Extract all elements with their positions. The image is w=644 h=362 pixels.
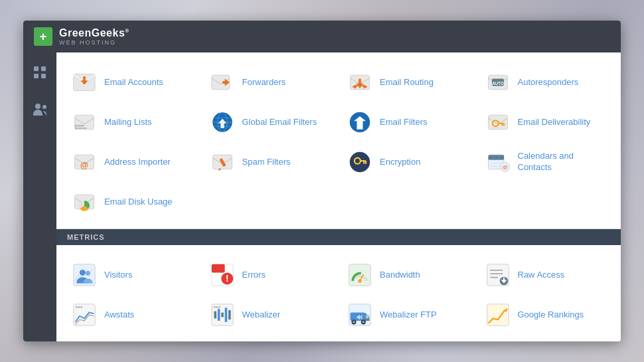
svg-rect-9	[83, 76, 86, 81]
email-grid: Email Accounts Forwarders	[56, 59, 621, 225]
content-area: Email Accounts Forwarders	[56, 52, 621, 341]
encryption-label: Encryption	[380, 157, 420, 168]
errors-label: Errors	[242, 270, 266, 281]
svg-point-82	[80, 306, 82, 308]
svg-rect-0	[34, 66, 39, 71]
email-disk-usage-label: Email Disk Usage	[104, 197, 173, 208]
email-section: Email Accounts Forwarders	[56, 52, 621, 229]
svg-rect-66	[211, 264, 224, 273]
email-filters-item[interactable]: Email Filters	[339, 102, 477, 142]
email-disk-usage-item[interactable]: Email Disk Usage	[63, 182, 201, 222]
address-importer-icon: @	[71, 149, 98, 175]
svg-point-90	[216, 306, 218, 308]
visitors-icon	[71, 262, 98, 288]
svg-point-89	[213, 306, 215, 308]
svg-point-5	[42, 105, 46, 109]
address-importer-label: Address Importer	[104, 157, 171, 168]
forwarders-label: Forwarders	[242, 77, 286, 88]
svg-rect-3	[41, 74, 46, 78]
calendars-contacts-label: Calendars and Contacts	[518, 151, 607, 173]
google-rankings-icon	[485, 302, 511, 328]
logo-text: GreenGeeks® WEB HOSTING	[59, 27, 129, 46]
errors-icon: !	[209, 262, 236, 288]
metrics-section: Visitors ! Err	[56, 245, 621, 341]
svg-rect-88	[228, 310, 231, 319]
metrics-grid: Visitors ! Err	[56, 252, 621, 338]
email-accounts-icon	[71, 69, 98, 96]
svg-text:@: @	[80, 161, 88, 170]
svg-rect-84	[214, 312, 216, 319]
bandwidth-icon	[347, 262, 373, 288]
svg-text:!: !	[225, 273, 228, 284]
logo-plus: +	[34, 27, 52, 46]
metrics-title: METRICS	[67, 233, 105, 241]
awstats-label: Awstats	[104, 310, 134, 321]
calendars-contacts-item[interactable]: @ Calendars and Contacts	[477, 142, 615, 182]
svg-point-4	[35, 104, 40, 109]
bandwidth-label: Bandwidth	[380, 270, 420, 281]
svg-rect-22	[75, 115, 94, 130]
webalizer-ftp-item[interactable]: Webalizer FTP	[339, 295, 477, 335]
header: + GreenGeeks® WEB HOSTING	[23, 21, 621, 52]
email-deliverability-item[interactable]: Email Deliverability	[477, 102, 615, 142]
svg-point-25	[75, 125, 77, 127]
forwarders-item[interactable]: Forwarders	[201, 62, 339, 102]
awstats-item[interactable]: Awstats	[63, 295, 201, 335]
webalizer-label: Webalizer	[242, 310, 281, 321]
awstats-icon	[71, 302, 98, 328]
email-accounts-label: Email Accounts	[104, 77, 163, 88]
encryption-icon	[347, 149, 373, 175]
svg-point-81	[78, 306, 80, 308]
visitors-label: Visitors	[104, 270, 132, 281]
main-window: + GreenGeeks® WEB HOSTING	[23, 21, 621, 341]
bandwidth-item[interactable]: Bandwidth	[339, 255, 477, 295]
spam-filters-item[interactable]: Spam Filters	[201, 142, 339, 182]
raw-access-item[interactable]: Raw Access	[477, 255, 615, 295]
email-accounts-item[interactable]: Email Accounts	[63, 62, 201, 102]
global-email-filters-item[interactable]: Global Email Filters	[201, 102, 339, 142]
email-filters-label: Email Filters	[380, 117, 428, 128]
autoresponders-item[interactable]: AUTO Autoresponders	[477, 62, 615, 102]
mailing-lists-label: Mailing Lists	[104, 117, 152, 128]
webalizer-icon	[209, 302, 236, 328]
svg-rect-85	[217, 309, 220, 321]
main-layout: Email Accounts Forwarders	[23, 52, 621, 341]
sidebar	[23, 52, 56, 341]
svg-point-99	[362, 321, 365, 323]
visitors-item[interactable]: Visitors	[63, 255, 201, 295]
autoresponders-icon: AUTO	[485, 69, 511, 96]
forwarders-icon	[209, 69, 236, 96]
raw-access-icon	[485, 262, 511, 288]
google-rankings-label: Google Rankings	[518, 310, 584, 321]
users-icon[interactable]	[28, 98, 52, 124]
svg-rect-1	[41, 66, 46, 71]
svg-text:@: @	[502, 164, 507, 170]
svg-rect-102	[487, 304, 508, 325]
svg-point-80	[76, 306, 78, 308]
svg-point-63	[80, 270, 86, 276]
webalizer-item[interactable]: Webalizer	[201, 295, 339, 335]
svg-point-64	[86, 271, 90, 276]
calendars-contacts-icon: @	[485, 149, 511, 175]
global-email-filters-icon	[209, 109, 236, 136]
svg-rect-14	[359, 79, 361, 84]
global-email-filters-label: Global Email Filters	[242, 117, 317, 128]
svg-point-91	[218, 306, 220, 308]
brand-name: GreenGeeks®	[59, 27, 129, 39]
email-routing-icon	[347, 69, 373, 96]
email-routing-label: Email Routing	[380, 77, 434, 88]
webalizer-ftp-label: Webalizer FTP	[380, 310, 437, 321]
svg-point-97	[353, 321, 355, 323]
google-rankings-item[interactable]: Google Rankings	[477, 295, 615, 335]
email-disk-usage-icon	[71, 189, 98, 215]
email-filters-icon	[347, 109, 373, 136]
address-importer-item[interactable]: @ Address Importer	[63, 142, 201, 182]
grid-view-icon[interactable]	[28, 60, 52, 87]
errors-item[interactable]: ! Errors	[201, 255, 339, 295]
mailing-lists-item[interactable]: Mailing Lists	[63, 102, 201, 142]
svg-text:AUTO: AUTO	[492, 81, 504, 86]
svg-rect-95	[366, 315, 369, 318]
encryption-item[interactable]: Encryption	[339, 142, 477, 182]
email-routing-item[interactable]: Email Routing	[339, 62, 477, 102]
raw-access-label: Raw Access	[518, 270, 565, 281]
